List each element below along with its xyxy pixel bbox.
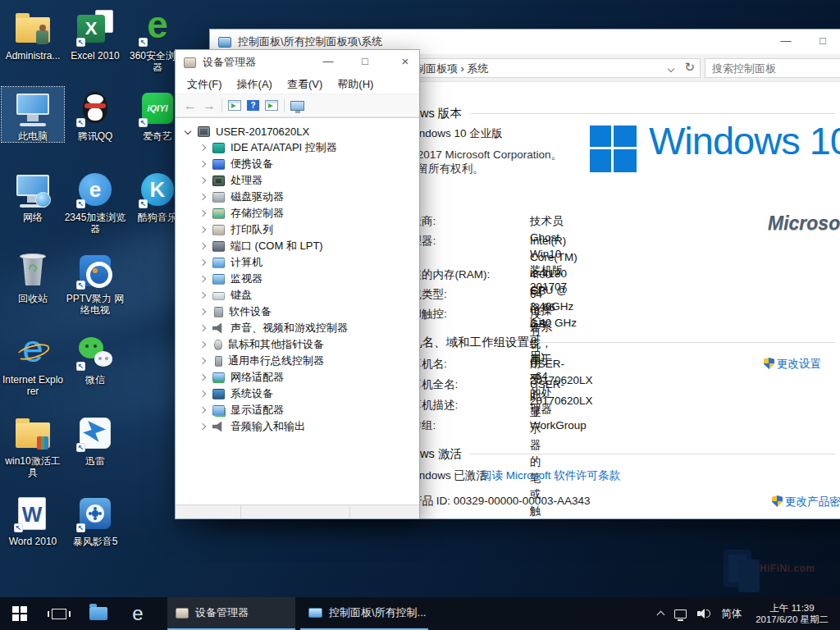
search-box[interactable] (705, 58, 840, 78)
chevron-right-icon[interactable] (199, 161, 206, 167)
tree-item[interactable]: 键盘 (176, 287, 419, 304)
tree-item[interactable]: 网络适配器 (176, 369, 419, 386)
chevron-right-icon[interactable] (199, 423, 206, 430)
internet-explorer-button[interactable]: e (118, 597, 158, 630)
toolbar: ← → ? (176, 94, 419, 117)
tree-item[interactable]: 鼠标和其他指针设备 (176, 336, 419, 353)
desktop-icon-2345browser[interactable]: e↖ 2345加速浏览器 (64, 168, 126, 235)
desktop-icon-recycle-bin[interactable]: 回收站 (2, 249, 64, 304)
chevron-right-icon[interactable] (199, 210, 206, 217)
tree-item[interactable]: 存储控制器 (176, 205, 419, 221)
chevron-right-icon[interactable] (199, 292, 206, 299)
tree-item[interactable]: 显示适配器 (176, 402, 419, 418)
usb-controllers-icon (215, 356, 222, 367)
desktop-icon-network[interactable]: 网络 (2, 168, 64, 223)
desktop-icon-baofeng[interactable]: ↖ 暴风影音5 (64, 492, 126, 547)
help-icon[interactable]: ? (247, 100, 259, 111)
desktop-icon-excel[interactable]: X↖ Excel 2010 (64, 7, 126, 62)
network-adapters-icon (212, 372, 225, 383)
file-explorer-button[interactable] (79, 597, 118, 630)
change-product-key[interactable]: 更改产品密钥 (772, 494, 840, 510)
minimize-button[interactable]: — (316, 50, 340, 75)
license-terms-link[interactable]: 阅读 Microsoft 软件许可条款 (481, 468, 620, 483)
change-product-key-link[interactable]: 更改产品密钥 (785, 495, 840, 508)
back-icon[interactable]: ← (184, 99, 197, 112)
maximize-button[interactable]: □ (353, 50, 377, 75)
tree-root-label: USER-20170620LX (216, 126, 309, 138)
start-button[interactable] (0, 597, 39, 630)
desktop-icon-win10-activator[interactable]: win10激活工具 (2, 412, 64, 478)
tree-root[interactable]: USER-20170620LX (176, 123, 419, 139)
tree-item[interactable]: 计算机 (176, 254, 419, 271)
desktop-icon-this-pc[interactable]: 此电脑 (2, 87, 64, 142)
tree-item[interactable]: 磁盘驱动器 (176, 189, 419, 205)
tree-item[interactable]: 监视器 (176, 271, 419, 287)
chevron-expanded-icon[interactable] (185, 128, 191, 135)
desktop-icon-internet-explorer[interactable]: e Internet Explorer (2, 331, 64, 397)
desktop: Administra... X↖ Excel 2010 e↖ 360安全浏览器 … (0, 0, 840, 630)
minimize-button[interactable]: — (771, 30, 801, 54)
network-tray-icon[interactable] (674, 609, 687, 619)
chevron-right-icon[interactable] (199, 243, 206, 249)
desktop-icon-qq[interactable]: ↖ 腾讯QQ (64, 87, 126, 142)
tree-item[interactable]: 便携设备 (176, 156, 419, 172)
scan-hardware-changes-icon[interactable] (290, 101, 304, 111)
ime-indicator[interactable]: 简体 (721, 607, 742, 621)
chevron-down-icon[interactable] (668, 66, 674, 72)
show-console-tree-icon[interactable] (228, 100, 241, 111)
chevron-right-icon[interactable] (199, 390, 206, 397)
tree-item[interactable]: 端口 (COM 和 LPT) (176, 238, 419, 254)
menu-action[interactable]: 操作(A) (231, 75, 279, 94)
menu-view[interactable]: 查看(V) (281, 75, 329, 94)
desktop-icon-label: Word 2010 (2, 536, 64, 547)
chevron-right-icon[interactable] (199, 341, 206, 348)
audio-inputs-outputs-icon (212, 422, 225, 432)
tree-item[interactable]: 软件设备 (176, 304, 419, 320)
volume-tray-icon[interactable] (697, 609, 710, 619)
tree-item[interactable]: 打印队列 (176, 221, 419, 238)
tree-item[interactable]: IDE ATA/ATAPI 控制器 (176, 139, 419, 156)
chevron-right-icon[interactable] (199, 358, 206, 364)
chevron-right-icon[interactable] (199, 276, 206, 282)
clock-time: 上午 11:39 (756, 602, 829, 614)
tree-item[interactable]: 通用串行总线控制器 (176, 353, 419, 369)
chevron-right-icon[interactable] (199, 144, 206, 151)
desktop-icon-word[interactable]: W↖ Word 2010 (2, 492, 64, 547)
taskbar-clock[interactable]: 上午 11:39 2017/6/20 星期二 (752, 602, 832, 625)
change-settings[interactable]: 更改设置 (764, 356, 821, 372)
action-pane-icon[interactable] (265, 100, 278, 111)
tree-item[interactable]: 处理器 (176, 172, 419, 189)
chevron-right-icon[interactable] (199, 325, 206, 331)
chevron-right-icon[interactable] (199, 374, 206, 381)
chevron-right-icon[interactable] (199, 226, 206, 233)
menu-file[interactable]: 文件(F) (180, 75, 229, 94)
chevron-right-icon[interactable] (199, 407, 206, 413)
search-input[interactable] (705, 59, 840, 77)
desktop-icon-xunlei[interactable]: ↖ 迅雷 (64, 412, 126, 467)
show-hidden-icons-chevron[interactable] (657, 611, 665, 619)
shortcut-arrow-icon: ↖ (76, 118, 85, 127)
chevron-right-icon[interactable] (199, 308, 206, 315)
desktop-icon-administrator[interactable]: Administra... (2, 7, 64, 62)
change-settings-link[interactable]: 更改设置 (777, 358, 821, 370)
chevron-right-icon[interactable] (199, 259, 206, 266)
menu-help[interactable]: 帮助(H) (331, 75, 380, 94)
monitors-icon (212, 274, 225, 285)
maximize-button[interactable]: □ (808, 30, 838, 54)
chevron-right-icon[interactable] (199, 194, 206, 200)
taskbar-button-control-panel[interactable]: 控制面板\所有控制... (300, 597, 428, 630)
tree-item[interactable]: 系统设备 (176, 386, 419, 402)
device-tree: USER-20170620LX IDE ATA/ATAPI 控制器 便携设备 处… (176, 117, 419, 505)
device-manager-titlebar[interactable]: 设备管理器 — □ × (176, 50, 419, 75)
close-button[interactable]: × (390, 50, 420, 75)
chevron-right-icon[interactable] (199, 177, 206, 184)
forward-icon[interactable]: → (203, 99, 216, 112)
microsoft-logo: Microsoft (768, 212, 840, 235)
desktop-icon-pptv[interactable]: ↖ PPTV聚力 网络电视 (64, 249, 126, 316)
refresh-icon[interactable]: ↻ (684, 60, 695, 75)
tree-item[interactable]: 音频输入和输出 (176, 418, 419, 435)
desktop-icon-wechat[interactable]: ↖ 微信 (64, 331, 126, 386)
task-view-button[interactable] (39, 597, 79, 630)
taskbar-button-device-manager[interactable]: 设备管理器 (167, 597, 295, 630)
tree-item[interactable]: 声音、视频和游戏控制器 (176, 320, 419, 336)
